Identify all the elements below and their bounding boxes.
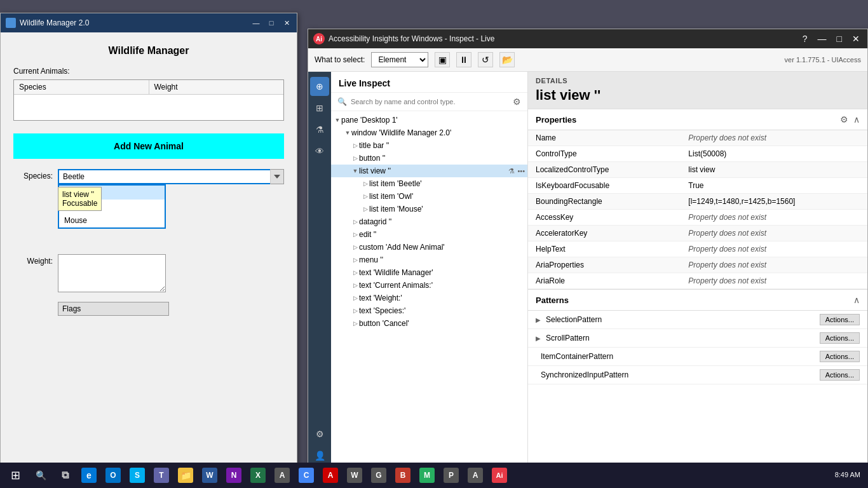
tree-item-test-icon[interactable]: ⚗ bbox=[508, 167, 515, 175]
tree-item-titlebar[interactable]: ▷ title bar '' bbox=[331, 139, 527, 152]
ai-close-btn[interactable]: ✕ bbox=[850, 34, 862, 44]
taskbar-app-misc5[interactable]: M bbox=[416, 464, 438, 487]
tree-item-text-weight[interactable]: ▷ text 'Weight:' bbox=[331, 292, 527, 304]
ai-maximize-btn[interactable]: □ bbox=[834, 34, 844, 44]
pattern-row-selection: ▶ SelectionPattern Actions... bbox=[528, 311, 867, 329]
pattern-row-synchronizedinput: SynchronizedInputPattern Actions... bbox=[528, 366, 867, 384]
tree-item-text-wm[interactable]: ▷ text 'Wildlife Manager' bbox=[331, 266, 527, 279]
taskbar-app-ai-insights[interactable]: Ai bbox=[488, 464, 511, 487]
taskbar-app-misc4[interactable]: B bbox=[391, 464, 414, 487]
tree-item-more-icon[interactable]: ••• bbox=[517, 167, 525, 175]
toggle-button[interactable]: ▷ bbox=[351, 154, 359, 162]
tree-item-beetle[interactable]: ▷ list item 'Beetle' bbox=[331, 177, 527, 190]
tree-item-datagrid[interactable]: ▷ datagrid '' bbox=[331, 215, 527, 228]
sidebar-btn-eye[interactable]: 👁 bbox=[310, 142, 329, 161]
wm-close-btn[interactable]: ✕ bbox=[281, 18, 292, 28]
toggle-text-wm[interactable]: ▷ bbox=[351, 269, 359, 276]
tree-item-owl[interactable]: ▷ list item 'Owl' bbox=[331, 190, 527, 203]
species-dropdown-btn[interactable] bbox=[270, 169, 284, 184]
tree-item-text-species[interactable]: ▷ text 'Species:' bbox=[331, 304, 527, 317]
taskbar-app-skype[interactable]: S bbox=[126, 464, 149, 487]
wm-listview[interactable]: Species Weight bbox=[13, 79, 284, 121]
toggle-owl[interactable]: ▷ bbox=[362, 193, 369, 200]
tree-item-listview[interactable]: ▼ list view '' ⚗ ••• bbox=[331, 165, 527, 177]
taskbar-app-misc7[interactable]: A bbox=[464, 464, 487, 487]
tree-item-text-ca[interactable]: ▷ text 'Current Animals:' bbox=[331, 279, 527, 292]
toggle-titlebar[interactable]: ▷ bbox=[351, 142, 359, 149]
toggle-text-weight[interactable]: ▷ bbox=[351, 294, 359, 302]
sidebar-btn-home[interactable]: ⊕ bbox=[310, 77, 329, 96]
sidebar-btn-inspect[interactable]: ⊞ bbox=[310, 98, 329, 118]
species-option-mouse[interactable]: Mouse bbox=[59, 214, 165, 227]
toggle-text-ca[interactable]: ▷ bbox=[351, 281, 359, 289]
toggle-desktop[interactable]: ▼ bbox=[334, 116, 341, 124]
tree-item-button[interactable]: ▷ button '' bbox=[331, 152, 527, 165]
taskbar-app-acrobat[interactable]: A bbox=[319, 464, 342, 487]
toggle-mouse[interactable]: ▷ bbox=[362, 205, 369, 213]
weight-input[interactable] bbox=[58, 254, 166, 292]
ai-help-btn[interactable]: ? bbox=[800, 34, 810, 44]
sidebar-btn-test[interactable]: ⚗ bbox=[310, 120, 329, 139]
pattern-actions-selection[interactable]: Actions... bbox=[820, 314, 860, 325]
taskbar-app-misc3[interactable]: G bbox=[367, 464, 390, 487]
species-combobox bbox=[58, 169, 284, 184]
tree-item-custom-add[interactable]: ▷ custom 'Add New Animal' bbox=[331, 241, 527, 254]
tree-label-text-species: text 'Species:' bbox=[359, 306, 405, 315]
toggle-listview[interactable]: ▼ bbox=[351, 167, 359, 175]
toolbar-folder-btn[interactable]: 📂 bbox=[499, 52, 515, 67]
tree-item-btn-cancel[interactable]: ▷ button 'Cancel' bbox=[331, 317, 527, 330]
toolbar-refresh-btn[interactable]: ↺ bbox=[478, 52, 493, 67]
taskbar-app-teams[interactable]: T bbox=[150, 464, 173, 487]
taskbar-app-misc6[interactable]: P bbox=[440, 464, 463, 487]
toggle-text-species[interactable]: ▷ bbox=[351, 307, 359, 315]
patterns-chevron-btn[interactable]: ∧ bbox=[853, 295, 860, 305]
pattern-name-scroll: ScrollPattern bbox=[546, 334, 815, 342]
toggle-beetle[interactable]: ▷ bbox=[362, 180, 369, 187]
tree-item-menu[interactable]: ▷ menu '' bbox=[331, 254, 527, 266]
wm-maximize-btn[interactable]: □ bbox=[266, 18, 276, 28]
taskbar-app-edge[interactable]: e bbox=[78, 464, 100, 487]
toggle-menu[interactable]: ▷ bbox=[351, 256, 359, 264]
props-chevron-btn[interactable]: ∧ bbox=[853, 114, 860, 125]
wm-minimize-btn[interactable]: — bbox=[251, 18, 261, 28]
taskbar-app-word[interactable]: W bbox=[198, 464, 221, 487]
pattern-actions-synchronizedinput[interactable]: Actions... bbox=[820, 369, 860, 381]
toggle-datagrid[interactable]: ▷ bbox=[351, 218, 359, 226]
taskbar-app-chrome[interactable]: C bbox=[295, 464, 318, 487]
toolbar-screen-btn[interactable]: ▣ bbox=[435, 52, 450, 67]
element-select[interactable]: Element bbox=[371, 52, 428, 67]
flags-field-row bbox=[13, 302, 284, 316]
tree-item-edit[interactable]: ▷ edit '' bbox=[331, 228, 527, 241]
search-settings-btn[interactable]: ⚙ bbox=[513, 97, 521, 107]
taskbar-app-misc1[interactable]: A bbox=[271, 464, 294, 487]
taskbar-app-explorer[interactable]: 📁 bbox=[174, 464, 197, 487]
taskbar-app-outlook[interactable]: O bbox=[102, 464, 125, 487]
search-button[interactable]: 🔍 bbox=[28, 463, 53, 488]
props-settings-btn[interactable]: ⚙ bbox=[840, 114, 848, 125]
toggle-edit[interactable]: ▷ bbox=[351, 231, 359, 238]
taskbar-app-misc2[interactable]: W bbox=[343, 464, 366, 487]
taskbar-app-onenote[interactable]: N bbox=[222, 464, 245, 487]
species-label: Species: bbox=[13, 169, 58, 180]
species-input[interactable] bbox=[58, 169, 284, 184]
toggle-custom-add[interactable]: ▷ bbox=[351, 243, 359, 251]
taskbar-app-taskview[interactable]: ⧉ bbox=[53, 464, 76, 487]
pattern-actions-scroll[interactable]: Actions... bbox=[820, 332, 860, 344]
toggle-wm-window[interactable]: ▼ bbox=[344, 129, 351, 137]
pattern-toggle-selection[interactable]: ▶ bbox=[536, 316, 541, 323]
toolbar-pause-btn[interactable]: ⏸ bbox=[456, 52, 471, 67]
tree-item-desktop[interactable]: ▼ pane 'Desktop 1' bbox=[331, 114, 527, 126]
tree-item-wm-window[interactable]: ▼ window 'Wildlife Manager 2.0' bbox=[331, 126, 527, 139]
toggle-btn-cancel[interactable]: ▷ bbox=[351, 320, 359, 327]
ai-minimize-btn[interactable]: — bbox=[815, 34, 829, 44]
tree-item-mouse[interactable]: ▷ list item 'Mouse' bbox=[331, 203, 527, 215]
sidebar-btn-settings[interactable]: ⚙ bbox=[310, 424, 329, 444]
ai-titlebar: Ai Accessibility Insights for Windows - … bbox=[308, 29, 867, 48]
search-input[interactable] bbox=[351, 98, 509, 105]
add-new-animal-button[interactable]: Add New Animal bbox=[13, 133, 284, 159]
start-button[interactable]: ⊞ bbox=[3, 463, 28, 488]
flags-input[interactable] bbox=[58, 302, 169, 316]
taskbar-app-excel[interactable]: X bbox=[247, 464, 269, 487]
pattern-toggle-scroll[interactable]: ▶ bbox=[536, 335, 541, 342]
pattern-actions-itemcontainer[interactable]: Actions... bbox=[820, 351, 860, 362]
